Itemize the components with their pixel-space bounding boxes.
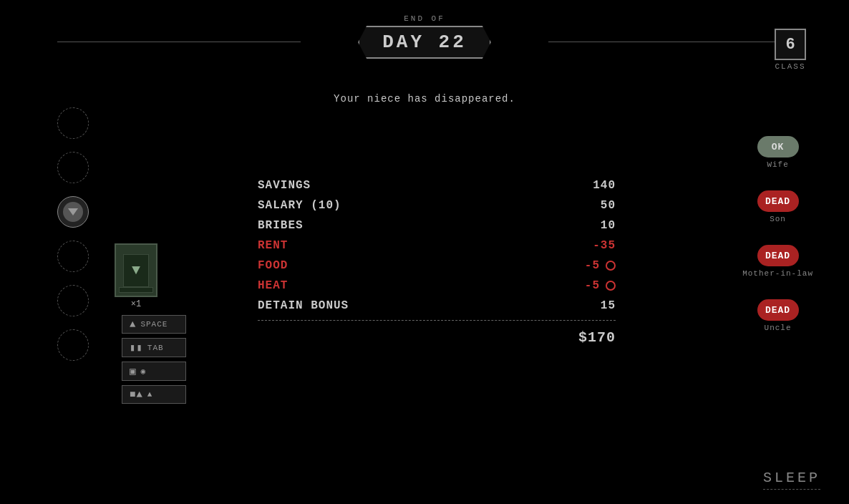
narrative-message: Your niece has disappeared. <box>0 93 849 105</box>
day-badge: DAY 22 <box>358 26 491 59</box>
class-number: 6 <box>775 29 806 60</box>
tab-icon: ▮▮ <box>130 341 143 354</box>
tab-control[interactable]: ▮▮ TAB <box>122 338 186 357</box>
item-book-icon: ▼ <box>132 262 140 278</box>
sidebar-circle-4 <box>57 241 89 272</box>
ledger: SAVINGS 140 SALARY (10) 50 BRIBES 10 REN… <box>258 175 616 346</box>
ledger-total-value: $170 <box>578 329 616 346</box>
food-dot-icon <box>606 261 616 271</box>
bag-control[interactable]: ■▲ ▲ <box>122 385 186 404</box>
bag-icon: ■▲ <box>130 389 143 400</box>
ledger-label-bribes: BRIBES <box>258 219 304 232</box>
arrow-down-icon <box>68 208 78 215</box>
item-display: ▼ ×1 <box>115 243 157 309</box>
family-member-mother: DEAD Mother-in-law <box>742 245 813 278</box>
ledger-divider <box>258 320 616 321</box>
ledger-heat-value-group: -5 <box>564 279 616 292</box>
ledger-row-food: FOOD -5 <box>258 256 616 276</box>
ledger-row-detain: DETAIN BONUS 15 <box>258 296 616 316</box>
heat-dot-icon <box>606 281 616 291</box>
ledger-label-food: FOOD <box>258 259 288 272</box>
ledger-row-salary: SALARY (10) 50 <box>258 195 616 215</box>
ledger-label-savings: SAVINGS <box>258 179 311 192</box>
uncle-status-badge: DEAD <box>757 299 799 321</box>
header: END OF DAY 22 <box>0 14 849 59</box>
ledger-value-food: -5 <box>564 259 600 272</box>
ledger-value-salary: 50 <box>580 199 616 212</box>
ledger-value-rent: -35 <box>580 239 616 252</box>
space-icon: ▲ <box>130 319 136 330</box>
item-count: ×1 <box>131 299 141 309</box>
doc-control[interactable]: ▣ ◉ <box>122 362 186 381</box>
tab-label: TAB <box>147 344 164 352</box>
bag-label: ▲ <box>147 390 153 399</box>
doc-icon: ▣ <box>130 365 136 377</box>
sidebar-circle-2 <box>57 152 89 183</box>
sidebar-circle-6 <box>57 329 89 361</box>
sidebar-circle-3[interactable] <box>57 196 89 228</box>
ledger-total: $170 <box>258 325 616 346</box>
son-name: Son <box>770 215 786 223</box>
sleep-button[interactable]: SLEEP <box>763 470 820 490</box>
space-label: SPACE <box>140 320 168 329</box>
family-member-wife: OK Wife <box>757 136 799 169</box>
ledger-label-detain: DETAIN BONUS <box>258 299 349 312</box>
family-member-uncle: DEAD Uncle <box>757 299 799 332</box>
space-control[interactable]: ▲ SPACE <box>122 315 186 334</box>
sidebar-circle-1 <box>57 107 89 139</box>
item-book-stripe <box>119 287 153 293</box>
ledger-value-heat: -5 <box>564 279 600 292</box>
mother-status-badge: DEAD <box>757 245 799 266</box>
sidebar-left <box>57 107 89 361</box>
ledger-label-rent: RENT <box>258 239 288 252</box>
class-label: CLASS <box>775 62 805 71</box>
sidebar-circle-5 <box>57 285 89 316</box>
ledger-food-value-group: -5 <box>564 259 616 272</box>
item-book-inner: ▼ <box>123 254 149 287</box>
bottom-controls: ▲ SPACE ▮▮ TAB ▣ ◉ ■▲ ▲ <box>122 315 186 404</box>
family-status: OK Wife DEAD Son DEAD Mother-in-law DEAD… <box>742 136 813 332</box>
mother-name: Mother-in-law <box>742 269 813 278</box>
wife-name: Wife <box>767 160 788 169</box>
ledger-row-savings: SAVINGS 140 <box>258 175 616 195</box>
ledger-value-bribes: 10 <box>580 219 616 232</box>
wife-status-badge: OK <box>757 136 799 158</box>
sidebar-active-inner <box>63 202 83 222</box>
ledger-value-detain: 15 <box>580 299 616 312</box>
item-book: ▼ <box>115 243 157 297</box>
class-badge: 6 CLASS <box>775 29 806 71</box>
uncle-name: Uncle <box>765 324 792 332</box>
end-of-label: END OF <box>404 14 445 23</box>
ledger-label-heat: HEAT <box>258 279 288 292</box>
ledger-row-rent: RENT -35 <box>258 236 616 256</box>
son-status-badge: DEAD <box>757 190 799 212</box>
ledger-value-savings: 140 <box>580 179 616 192</box>
family-member-son: DEAD Son <box>757 190 799 223</box>
ledger-row-heat: HEAT -5 <box>258 276 616 296</box>
ledger-label-salary: SALARY (10) <box>258 199 341 212</box>
ledger-row-bribes: BRIBES 10 <box>258 215 616 236</box>
doc-label: ◉ <box>140 367 146 376</box>
